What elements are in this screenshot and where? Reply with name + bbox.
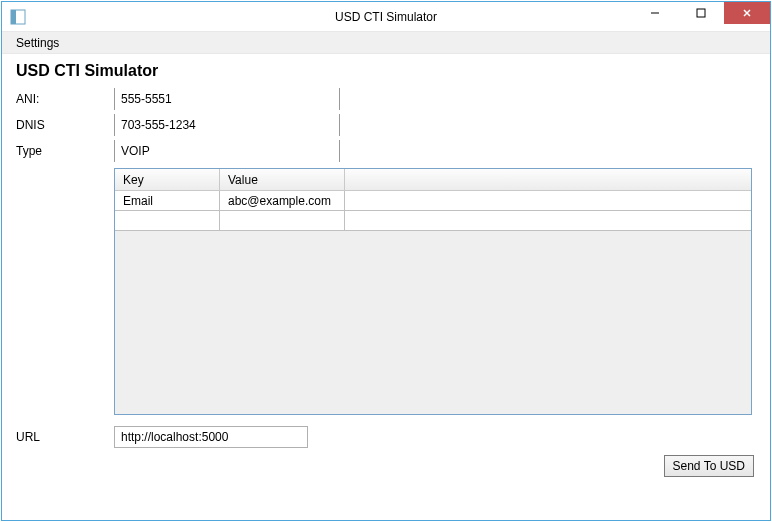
label-type: Type: [14, 144, 114, 158]
label-dnis: DNIS: [14, 118, 114, 132]
page-heading: USD CTI Simulator: [16, 62, 758, 80]
input-dnis[interactable]: [114, 114, 340, 136]
row-ani: ANI:: [14, 86, 758, 112]
minimize-button[interactable]: [632, 2, 678, 24]
svg-rect-3: [697, 9, 705, 17]
label-url: URL: [14, 430, 114, 444]
content-area: USD CTI Simulator ANI: DNIS Type Key Val…: [2, 54, 770, 520]
close-button[interactable]: [724, 2, 770, 24]
label-ani: ANI:: [14, 92, 114, 106]
footer: Send To USD: [14, 449, 758, 477]
grid-empty-area: [115, 231, 751, 414]
grid-cell-key[interactable]: [115, 211, 220, 230]
send-to-usd-button[interactable]: Send To USD: [664, 455, 755, 477]
row-dnis: DNIS: [14, 112, 758, 138]
grid-input-value-0[interactable]: [228, 192, 336, 209]
maximize-button[interactable]: [678, 2, 724, 24]
grid-header: Key Value: [115, 169, 751, 191]
grid-input-key-0[interactable]: [123, 192, 211, 209]
grid-cell-rest: [345, 191, 751, 210]
grid-cell-rest: [345, 211, 751, 230]
grid-header-value[interactable]: Value: [220, 169, 345, 190]
grid-header-rest: [345, 169, 751, 190]
menubar: Settings: [2, 32, 770, 54]
row-type: Type: [14, 138, 758, 164]
app-window: USD CTI Simulator Settings USD CTI Simul…: [1, 1, 771, 521]
input-ani[interactable]: [114, 88, 340, 110]
input-type[interactable]: [114, 140, 340, 162]
grid-input-key-1[interactable]: [123, 212, 211, 229]
titlebar: USD CTI Simulator: [2, 2, 770, 32]
row-url: URL: [14, 425, 758, 449]
svg-rect-1: [11, 10, 16, 24]
input-url[interactable]: [114, 426, 308, 448]
grid-cell-key[interactable]: [115, 191, 220, 210]
grid-input-value-1[interactable]: [228, 212, 336, 229]
grid-row[interactable]: [115, 191, 751, 211]
grid-cell-value[interactable]: [220, 211, 345, 230]
data-grid[interactable]: Key Value: [114, 168, 752, 415]
grid-row[interactable]: [115, 211, 751, 231]
grid-header-key[interactable]: Key: [115, 169, 220, 190]
app-icon: [10, 9, 26, 25]
menu-settings[interactable]: Settings: [10, 34, 65, 52]
window-controls: [632, 2, 770, 24]
grid-cell-value[interactable]: [220, 191, 345, 210]
